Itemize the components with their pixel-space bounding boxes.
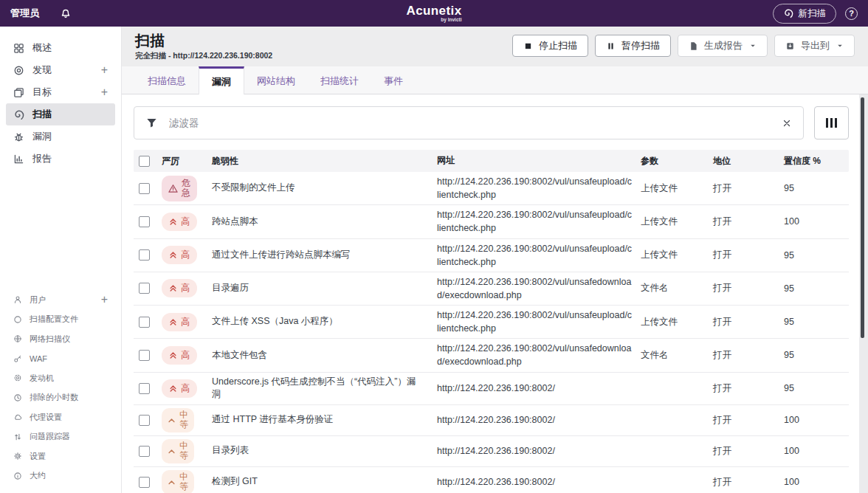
generate-report-button[interactable]: 生成报告 (678, 35, 768, 57)
double-chevron-up-icon (168, 283, 178, 293)
column-vulnerability[interactable]: 脆弱性 (212, 155, 437, 168)
sidebar-item-issue-trackers[interactable]: 问题跟踪器 (6, 427, 115, 447)
row-checkbox[interactable] (139, 183, 150, 194)
sidebar-item-label: 代理设置 (30, 412, 62, 423)
tab-label: 扫描统计 (320, 75, 359, 88)
vulnerability-name[interactable]: 文件上传 XSS（Java 小程序） (212, 315, 437, 328)
row-checkbox[interactable] (139, 383, 150, 394)
vulnerability-name[interactable]: 目录列表 (212, 444, 437, 458)
vulnerability-name[interactable]: Underscore.js 代码生成控制不当（“代码注入”）漏洞 (212, 376, 437, 401)
sidebar-item-about[interactable]: 大约 (6, 466, 115, 486)
clock-icon (13, 393, 23, 402)
column-confidence[interactable]: 置信度 % (784, 155, 849, 168)
vulnerability-name[interactable]: 不受限制的文件上传 (212, 182, 437, 195)
sidebar-item-scans[interactable]: 扫描 (6, 103, 115, 125)
swap-arrows-icon (13, 432, 23, 441)
table-row[interactable]: 高通过文件上传进行跨站点脚本编写http://124.220.236.190:8… (134, 239, 849, 272)
table-row[interactable]: 高本地文件包含http://124.220.236.190:8002/vul/u… (134, 339, 849, 372)
filter-input[interactable] (168, 117, 772, 129)
tab-events[interactable]: 事件 (371, 66, 416, 94)
select-all-checkbox[interactable] (139, 156, 150, 167)
sidebar-item-label: WAF (30, 354, 47, 363)
sidebar-item-excluded-hours[interactable]: 排除的小时数 (6, 388, 115, 408)
sidebar-item-proxy-settings[interactable]: 代理设置 (6, 407, 115, 427)
button-label: 停止扫描 (539, 39, 577, 52)
table-row[interactable]: 高目录遍历http://124.220.236.190:8002/vul/uns… (134, 272, 849, 306)
table-row[interactable]: 高跨站点脚本http://124.220.236.190:8002/vul/un… (134, 205, 849, 238)
vulnerability-name[interactable]: 本地文件包含 (212, 349, 437, 362)
sidebar-item-discovery[interactable]: 发现+ (6, 59, 115, 81)
funnel-icon (145, 117, 158, 129)
pause-scan-button[interactable]: 暂停扫描 (595, 35, 671, 57)
vulnerability-confidence: 95 (784, 350, 849, 360)
sidebar-item-label: 概述 (32, 41, 52, 55)
tab-scan-info[interactable]: 扫描信息 (135, 66, 199, 94)
scan-subtitle: 完全扫描 - http://124.220.236.190:8002 (135, 51, 272, 61)
vulnerability-status: 打开 (713, 249, 784, 261)
vulnerability-name[interactable]: 目录遍历 (212, 282, 437, 295)
help-icon[interactable]: ? (845, 7, 858, 20)
vulnerability-name[interactable]: 通过文件上传进行跨站点脚本编写 (212, 249, 437, 262)
add-targets-button[interactable]: + (101, 86, 108, 99)
admin-user-menu[interactable]: 管理员 (10, 7, 39, 20)
content-area: 严厉 脆弱性 网址 参数 地位 置信度 % 危急不受限制的文件上传http://… (122, 94, 868, 493)
sidebar-item-engines[interactable]: 发动机 (6, 368, 115, 388)
scrollbar-thumb[interactable] (861, 97, 864, 338)
table-row[interactable]: 中等目录列表http://124.220.236.190:8002/打开100 (134, 436, 849, 467)
sidebar-item-label: 报告 (32, 152, 52, 165)
sidebar-item-network-scanner[interactable]: 网络扫描仪 (6, 329, 115, 349)
add-users-button[interactable]: + (101, 293, 108, 306)
table-row[interactable]: 高Underscore.js 代码生成控制不当（“代码注入”）漏洞http://… (134, 373, 849, 405)
cloud-icon (13, 413, 23, 421)
row-checkbox[interactable] (139, 249, 150, 261)
sidebar-item-label: 排除的小时数 (30, 392, 78, 403)
new-scan-button[interactable]: 新扫描 (773, 4, 837, 24)
tab-scan-statistics[interactable]: 扫描统计 (308, 66, 371, 94)
column-url[interactable]: 网址 (437, 154, 641, 167)
add-discovery-button[interactable]: + (101, 63, 108, 77)
columns-button[interactable] (814, 106, 849, 139)
circle-icon (13, 315, 23, 324)
sidebar-item-reports[interactable]: 报告 (6, 148, 115, 170)
columns-icon (826, 118, 838, 128)
row-checkbox[interactable] (139, 350, 150, 361)
sidebar-item-overview[interactable]: 概述 (6, 37, 115, 59)
scrollbar[interactable] (859, 94, 868, 493)
column-status[interactable]: 地位 (713, 155, 784, 168)
caret-down-icon (749, 42, 757, 49)
notifications-bell-icon[interactable] (60, 7, 72, 19)
sidebar-item-waf[interactable]: WAF (6, 349, 115, 369)
tab-site-structure[interactable]: 网站结构 (244, 66, 308, 94)
table-row[interactable]: 中等检测到 GIThttp://124.220.236.190:8002/打开1… (134, 467, 849, 493)
sidebar-item-targets[interactable]: 目标+ (6, 81, 115, 103)
row-checkbox[interactable] (139, 216, 150, 227)
sidebar-item-label: 用户 (30, 294, 46, 306)
bar-chart-icon (13, 154, 25, 165)
row-checkbox[interactable] (139, 317, 150, 328)
row-checkbox[interactable] (139, 446, 150, 457)
sidebar-item-scan-profiles[interactable]: 扫描配置文件 (6, 310, 115, 330)
key-icon (13, 354, 23, 363)
vulnerability-confidence: 95 (784, 183, 849, 193)
column-parameter[interactable]: 参数 (641, 155, 713, 168)
row-checkbox[interactable] (139, 283, 150, 294)
table-row[interactable]: 高文件上传 XSS（Java 小程序）http://124.220.236.19… (134, 306, 849, 339)
vulnerability-url: http://124.220.236.190:8002/vul/unsafeup… (437, 208, 641, 235)
filter-bar (134, 106, 804, 139)
column-severity[interactable]: 严厉 (162, 155, 212, 168)
row-checkbox[interactable] (139, 477, 150, 488)
table-row[interactable]: 中等通过 HTTP 进行基本身份验证http://124.220.236.190… (134, 405, 849, 436)
vulnerability-status: 打开 (713, 414, 784, 427)
stop-scan-button[interactable]: 停止扫描 (512, 35, 588, 57)
table-row[interactable]: 危急不受限制的文件上传http://124.220.236.190:8002/v… (134, 172, 849, 205)
clear-filter-icon[interactable] (782, 118, 792, 128)
export-to-button[interactable]: 导出到 (774, 35, 855, 57)
sidebar-item-vulnerabilities[interactable]: 漏洞 (6, 125, 115, 148)
vulnerability-name[interactable]: 检测到 GIT (212, 475, 437, 489)
sidebar-item-settings[interactable]: 设置 (6, 447, 115, 466)
vulnerability-name[interactable]: 通过 HTTP 进行基本身份验证 (212, 413, 437, 427)
vulnerability-name[interactable]: 跨站点脚本 (212, 216, 437, 229)
sidebar-item-users[interactable]: 用户+ (6, 290, 115, 310)
tab-vulnerabilities[interactable]: 漏洞 (199, 66, 244, 94)
row-checkbox[interactable] (139, 415, 150, 426)
